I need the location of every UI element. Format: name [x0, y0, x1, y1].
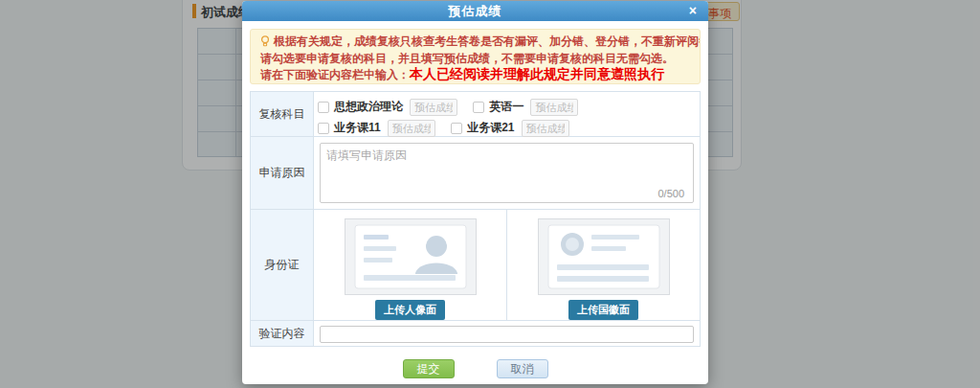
bulb-icon [260, 35, 270, 51]
idcard-front-graphic [354, 224, 467, 289]
idcard-back-area: 上传国徽面 [506, 210, 700, 320]
idcard-row: 身份证 [251, 209, 700, 320]
notice-text-3-prefix: 请在下面验证内容栏中输入： [260, 68, 410, 81]
notice-box: 根据有关规定，成绩复核只核查考生答卷是否有漏评、加分错、登分错，不重新评阅答卷；… [250, 29, 701, 84]
subject-item: 业务课21 [451, 119, 568, 137]
screen: 初试成绩 注意事项 预估成绩 × 根据有关规定，成绩复核只核查考生答卷是否有漏评… [0, 0, 980, 388]
close-icon[interactable]: × [689, 3, 697, 19]
subject-checkbox-english[interactable] [473, 102, 484, 113]
subjects-row: 复核科目 思想政治理论 英语一 [251, 92, 700, 136]
score-input-major1[interactable] [388, 120, 435, 137]
cancel-button[interactable]: 取消 [497, 359, 548, 378]
verify-label: 验证内容 [251, 321, 314, 346]
subject-name: 思想政治理论 [334, 99, 403, 115]
reason-label: 申请原因 [251, 137, 314, 209]
subjects-label: 复核科目 [251, 92, 314, 136]
subject-name: 业务课11 [334, 120, 381, 136]
action-buttons: 提交 取消 [242, 359, 708, 378]
modal-body: 根据有关规定，成绩复核只核查考生答卷是否有漏评、加分错、登分错，不重新评阅答卷；… [242, 29, 708, 388]
score-input-major2[interactable] [522, 120, 569, 137]
subject-checkbox-major2[interactable] [451, 123, 462, 134]
notice-line-1: 根据有关规定，成绩复核只核查考生答卷是否有漏评、加分错、登分错，不重新评阅答卷；… [260, 34, 690, 51]
notice-line-2: 请勾选要申请复核的科目，并且填写预估成绩，不需要申请复核的科目无需勾选。 [260, 51, 690, 66]
modal-title: 预估成绩 [449, 3, 502, 20]
subject-item: 业务课11 [318, 119, 435, 137]
notice-line-3: 请在下面验证内容栏中输入：本人已经阅读并理解此规定并同意遵照执行 [260, 66, 690, 82]
idcard-label: 身份证 [251, 210, 314, 320]
reason-row: 申请原因 0/500 [251, 136, 700, 209]
score-input-politics[interactable] [410, 99, 457, 116]
idcard-front-placeholder-image [345, 218, 477, 295]
upload-back-button[interactable]: 上传国徽面 [568, 300, 638, 320]
char-counter: 0/500 [657, 188, 684, 199]
notice-text-1: 根据有关规定，成绩复核只核查考生答卷是否有漏评、加分错、登分错，不重新评阅答卷；… [274, 34, 701, 48]
verify-input[interactable] [320, 326, 694, 343]
idcard-cell: 上传人像面 [314, 210, 700, 320]
upload-front-button[interactable]: 上传人像面 [375, 300, 445, 320]
notice-agreement-text: 本人已经阅读并理解此规定并同意遵照执行 [410, 66, 664, 81]
subject-item: 思想政治理论 [318, 98, 457, 116]
estimate-score-modal: 预估成绩 × 根据有关规定，成绩复核只核查考生答卷是否有漏评、加分错、登分错，不… [242, 1, 708, 384]
reason-textarea[interactable] [320, 143, 694, 203]
subject-checkbox-major1[interactable] [318, 123, 329, 134]
verify-cell [314, 321, 700, 346]
reason-cell: 0/500 [314, 137, 700, 209]
idcard-back-placeholder-image [538, 218, 670, 295]
submit-button[interactable]: 提交 [403, 359, 455, 378]
subject-checkbox-politics[interactable] [318, 102, 329, 113]
subject-name: 业务课21 [467, 120, 514, 136]
subject-item: 英语一 [473, 98, 578, 116]
modal-titlebar: 预估成绩 × [242, 1, 708, 21]
idcard-front-area: 上传人像面 [314, 210, 506, 320]
score-input-english[interactable] [530, 99, 578, 116]
subjects-cell: 思想政治理论 英语一 业务课11 [314, 92, 700, 136]
verify-row: 验证内容 [251, 320, 700, 346]
review-form: 复核科目 思想政治理论 英语一 [250, 91, 701, 347]
idcard-back-graphic [547, 224, 660, 289]
subject-name: 英语一 [489, 99, 523, 115]
